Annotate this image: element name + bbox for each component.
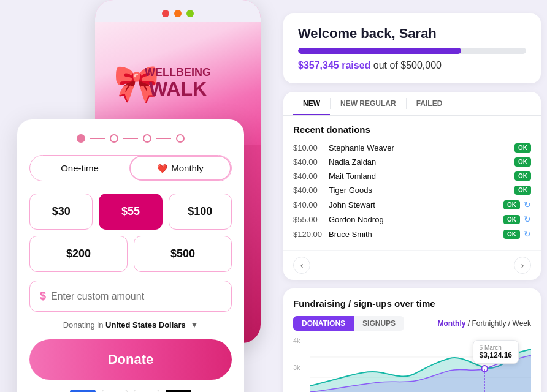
- custom-amount-wrapper: $: [29, 281, 232, 312]
- welcome-card: Welcome back, Sarah $357,345 raised out …: [283, 13, 541, 83]
- tab-new[interactable]: NEW: [293, 92, 330, 115]
- chart-y-labels: 4k 3k 2k: [293, 337, 300, 392]
- tab-failed[interactable]: FAILED: [407, 92, 453, 115]
- signups-tab[interactable]: SIGNUPS: [354, 316, 404, 331]
- step-line-3: [156, 138, 171, 139]
- refresh-icon: ↻: [524, 200, 531, 209]
- ok-badge: OK: [514, 143, 531, 153]
- donation-name: John Stewart: [329, 200, 500, 209]
- refresh-icon: ↻: [524, 214, 531, 224]
- walk-logo: WELLBEING WALK: [145, 67, 211, 100]
- chevron-down-icon: ▼: [190, 320, 198, 330]
- y-label-4k: 4k: [293, 337, 300, 344]
- monthly-tab[interactable]: ❤️ Monthly: [129, 156, 231, 181]
- next-page-button[interactable]: ›: [514, 257, 531, 274]
- walk-logo-line1: WELLBEING: [145, 67, 211, 79]
- ok-badge: OK: [503, 230, 520, 239]
- right-panel: Welcome back, Sarah $357,345 raised out …: [283, 13, 541, 392]
- donation-name: Nadia Zaidan: [329, 157, 511, 167]
- goal-text: out of $500,000: [373, 60, 442, 70]
- amount-200[interactable]: $200: [29, 236, 128, 272]
- donation-name: Tiger Goods: [329, 186, 511, 195]
- donation-card: One-time ❤️ Monthly $30 $55 $100 $200 $5…: [17, 119, 244, 392]
- step-1: [77, 134, 85, 143]
- tooltip-date: 6 March: [480, 344, 512, 351]
- donations-body: Recent donations $10.00 Stephanie Weaver…: [283, 116, 541, 250]
- y-label-3k: 3k: [293, 364, 300, 371]
- heart-icon: ❤️: [157, 164, 167, 173]
- recent-donations-title: Recent donations: [293, 124, 531, 135]
- window-dot-orange: [174, 10, 182, 17]
- chart-type-tabs: DONATIONS SIGNUPS: [293, 316, 404, 331]
- period-week[interactable]: Week: [513, 319, 531, 328]
- chart-card: Fundraising / sign-ups over time DONATIO…: [283, 288, 541, 392]
- amex-icon: AMEX: [70, 390, 96, 392]
- donation-amount: $40.00: [293, 186, 325, 195]
- chart-title: Fundraising / sign-ups over time: [293, 298, 531, 309]
- step-4: [176, 134, 185, 143]
- donation-row: $40.00 Nadia Zaidan OK: [293, 155, 531, 169]
- dollar-sign-icon: $: [40, 290, 46, 303]
- amount-500[interactable]: $500: [134, 236, 232, 272]
- amount-grid-row1: $30 $55 $100: [29, 194, 232, 230]
- chart-period-selector: Monthly / Fortnightly / Week: [437, 319, 531, 328]
- donation-row: $40.00 John Stewart OK ↻: [293, 197, 531, 212]
- chart-controls: DONATIONS SIGNUPS Monthly / Fortnightly …: [293, 316, 531, 331]
- period-divider2: /: [508, 319, 513, 328]
- donation-name: Stephanie Weaver: [329, 143, 511, 153]
- currency-label: Donating in: [63, 320, 104, 330]
- amount-30[interactable]: $30: [29, 194, 93, 230]
- amount-100[interactable]: $100: [169, 194, 232, 230]
- welcome-title: Welcome back, Sarah: [298, 26, 526, 42]
- panel-tabs: NEW NEW REGULAR FAILED: [283, 92, 541, 116]
- currency-name: United States Dollars: [105, 320, 186, 330]
- ok-badge: OK: [503, 200, 520, 209]
- chart-tooltip: 6 March $3,124.16: [473, 340, 519, 364]
- ok-badge: OK: [514, 186, 531, 195]
- walk-logo-line2: WALK: [145, 78, 211, 100]
- step-2: [110, 134, 118, 143]
- period-fortnightly[interactable]: Fortnightly: [472, 319, 506, 328]
- progress-bar-fill: [298, 48, 461, 54]
- period-monthly[interactable]: Monthly: [437, 319, 465, 328]
- amount-55[interactable]: $55: [99, 194, 162, 230]
- mastercard-icon: [102, 390, 128, 392]
- ok-badge: OK: [514, 172, 531, 181]
- progress-text: $357,345 raised out of $500,000: [298, 60, 526, 71]
- ok-badge: OK: [514, 157, 531, 167]
- chart-area: 4k 3k 2k: [293, 337, 531, 392]
- payment-icons: AMEX VISA Pay: [29, 390, 232, 392]
- tooltip-value: $3,124.16: [480, 351, 512, 360]
- tab-new-regular[interactable]: NEW REGULAR: [331, 92, 406, 115]
- step-3: [143, 134, 151, 143]
- donations-panel: NEW NEW REGULAR FAILED Recent donations …: [283, 92, 541, 280]
- donation-amount: $120.00: [293, 230, 325, 239]
- donation-amount: $55.00: [293, 215, 325, 224]
- steps-indicator: [29, 134, 232, 143]
- monthly-tab-label: Monthly: [171, 163, 204, 173]
- refresh-icon: ↻: [524, 229, 531, 239]
- donation-row: $40.00 Tiger Goods OK: [293, 183, 531, 197]
- progress-bar-background: [298, 48, 526, 54]
- donation-amount: $40.00: [293, 157, 325, 167]
- apple-pay-icon: Pay: [166, 390, 191, 392]
- step-line-2: [123, 138, 138, 139]
- donation-row: $10.00 Stephanie Weaver OK: [293, 141, 531, 155]
- donation-row: $40.00 Mait Tomland OK: [293, 169, 531, 183]
- currency-selector[interactable]: Donating in United States Dollars ▼: [29, 320, 232, 330]
- donation-row: $55.00 Gordon Nodrog OK ↻: [293, 212, 531, 227]
- window-dot-green: [186, 10, 194, 17]
- donation-name: Mait Tomland: [329, 172, 511, 181]
- donate-button[interactable]: Donate: [29, 339, 232, 380]
- donation-amount: $10.00: [293, 143, 325, 153]
- donation-amount: $40.00: [293, 200, 325, 209]
- custom-amount-input[interactable]: [51, 291, 221, 302]
- donations-tab[interactable]: DONATIONS: [293, 316, 354, 331]
- chart-svg-container: 6 March $3,124.16: [310, 337, 531, 392]
- raised-amount: $357,345 raised: [298, 60, 370, 70]
- window-dot-red: [162, 10, 169, 17]
- frequency-tabs: One-time ❤️ Monthly: [29, 155, 232, 181]
- prev-page-button[interactable]: ‹: [293, 257, 310, 274]
- one-time-tab[interactable]: One-time: [30, 156, 129, 181]
- amount-grid-row2: $200 $500: [29, 236, 232, 272]
